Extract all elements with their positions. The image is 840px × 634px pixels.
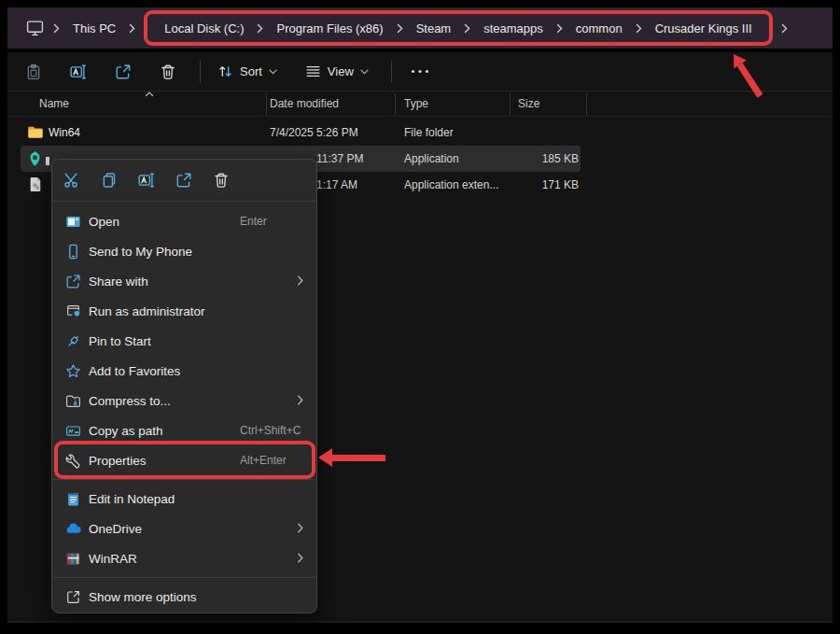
share-icon	[175, 172, 192, 189]
breadcrumb-local-disk[interactable]: Local Disk (C:)	[155, 21, 253, 35]
share-button[interactable]	[165, 163, 203, 197]
toolbar-divider	[200, 61, 201, 83]
sort-ascending-caret-icon	[144, 91, 155, 98]
file-type: Application	[404, 152, 459, 165]
sort-icon	[217, 63, 233, 79]
sort-button[interactable]: Sort	[210, 58, 285, 86]
share-button[interactable]	[108, 58, 138, 86]
breadcrumb-steam[interactable]: Steam	[407, 21, 461, 35]
notepad-icon	[63, 491, 82, 507]
shortcut-label: Ctrl+Shift+C	[240, 424, 301, 437]
rename-icon	[138, 172, 155, 189]
breadcrumb-crusader-kings[interactable]: Crusader Kings III	[646, 21, 762, 35]
rename-button[interactable]	[63, 58, 93, 86]
shortcut-label: Enter	[240, 215, 267, 228]
column-divider[interactable]	[395, 93, 396, 115]
chevron-right-icon	[253, 23, 267, 34]
open-app-icon	[63, 214, 82, 230]
menu-separator	[53, 577, 315, 578]
chevron-right-icon	[125, 23, 139, 34]
column-header-date[interactable]: Date modified	[270, 97, 339, 110]
submenu-chevron-icon	[297, 275, 304, 286]
file-name: Win64	[49, 126, 80, 139]
wrench-icon	[63, 453, 82, 469]
shortcut-label: Alt+Enter	[240, 454, 287, 467]
filename-fragment	[46, 157, 49, 165]
view-button[interactable]: View	[298, 58, 376, 86]
breadcrumb-highlight-annotation: Local Disk (C:) Program Files (x86) Stea…	[144, 10, 772, 46]
zip-folder-icon	[63, 393, 82, 409]
view-label: View	[328, 64, 354, 78]
column-divider[interactable]	[586, 93, 587, 115]
phone-icon	[63, 244, 82, 260]
column-header-name[interactable]: Name	[39, 97, 69, 110]
chevron-right-icon	[777, 23, 791, 34]
file-type: File folder	[404, 126, 454, 139]
breadcrumb-steamapps[interactable]: steamapps	[474, 21, 553, 35]
column-divider[interactable]	[266, 93, 267, 115]
column-header-type[interactable]: Type	[404, 97, 428, 110]
file-type: Application exten...	[404, 178, 498, 191]
menu-separator	[53, 479, 315, 480]
breadcrumb-program-files[interactable]: Program Files (x86)	[267, 21, 392, 35]
file-explorer-window: This PC Local Disk (C:) Program Files (x…	[0, 0, 840, 634]
trash-icon	[213, 172, 230, 189]
context-menu-items: Open Enter Send to My Phone	[52, 202, 316, 614]
delete-button[interactable]	[203, 163, 240, 197]
delete-button[interactable]	[153, 58, 183, 86]
scissors-icon	[63, 172, 80, 189]
dll-file-icon	[29, 176, 43, 192]
menu-item-copy-as-path[interactable]: Copy as path Ctrl+Shift+C	[52, 416, 316, 445]
menu-item-pin-to-start[interactable]: Pin to Start	[52, 326, 316, 356]
submenu-chevron-icon	[297, 553, 304, 563]
pin-icon	[63, 333, 82, 349]
menu-item-open[interactable]: Open Enter	[52, 206, 316, 236]
menu-item-onedrive[interactable]: OneDrive	[52, 514, 316, 543]
address-bar: This PC Local Disk (C:) Program Files (x…	[7, 7, 833, 49]
annotation-arrow-properties	[318, 448, 385, 467]
paste-button[interactable]	[19, 58, 49, 86]
cut-button[interactable]	[53, 163, 91, 197]
rename-button[interactable]	[128, 163, 165, 197]
breadcrumb-common[interactable]: common	[567, 21, 632, 35]
star-icon	[63, 363, 82, 379]
menu-item-send-to-phone[interactable]: Send to My Phone	[52, 236, 316, 266]
context-menu: Open Enter Send to My Phone	[51, 159, 317, 613]
menu-item-share-with[interactable]: Share with	[52, 266, 316, 296]
paste-icon	[25, 63, 42, 80]
share-icon	[115, 63, 132, 80]
chevron-down-icon	[269, 69, 277, 75]
file-date: 11:37 PM	[316, 152, 363, 165]
toolbar-divider	[391, 61, 392, 83]
copy-icon	[101, 172, 118, 189]
rename-icon	[70, 63, 87, 80]
command-toolbar: Sort View	[7, 52, 833, 92]
file-size: 171 KB	[511, 178, 579, 191]
file-row-win64[interactable]: Win64 7/4/2025 5:26 PM File folder	[7, 120, 833, 146]
submenu-chevron-icon	[297, 395, 304, 405]
menu-item-properties[interactable]: Properties Alt+Enter	[52, 445, 316, 475]
column-header-size[interactable]: Size	[518, 97, 539, 110]
menu-item-run-as-admin[interactable]: Run as administrator	[52, 296, 316, 326]
menu-item-edit-in-notepad[interactable]: Edit in Notepad	[52, 484, 316, 514]
arrow-shaft	[332, 455, 385, 461]
menu-item-compress-to[interactable]: Compress to...	[52, 386, 316, 416]
copy-button[interactable]	[91, 163, 128, 197]
menu-item-show-more-options[interactable]: Show more options	[52, 582, 316, 612]
onedrive-icon	[63, 521, 82, 537]
share-icon	[63, 274, 82, 289]
winrar-icon	[63, 551, 82, 567]
column-divider[interactable]	[510, 93, 511, 115]
window-bottom-edge	[7, 621, 833, 623]
column-header-row: Name Date modified Type Size	[7, 92, 833, 117]
this-pc-icon	[26, 20, 44, 36]
menu-item-winrar[interactable]: WinRAR	[52, 543, 316, 573]
ck3-app-icon	[27, 150, 43, 167]
breadcrumb-this-pc[interactable]: This PC	[63, 21, 125, 35]
submenu-chevron-icon	[297, 523, 304, 533]
sort-label: Sort	[240, 64, 262, 78]
more-options-button[interactable]	[401, 69, 439, 74]
folder-icon	[27, 124, 44, 140]
menu-item-add-to-favorites[interactable]: Add to Favorites	[52, 356, 316, 386]
show-more-icon	[63, 589, 82, 605]
